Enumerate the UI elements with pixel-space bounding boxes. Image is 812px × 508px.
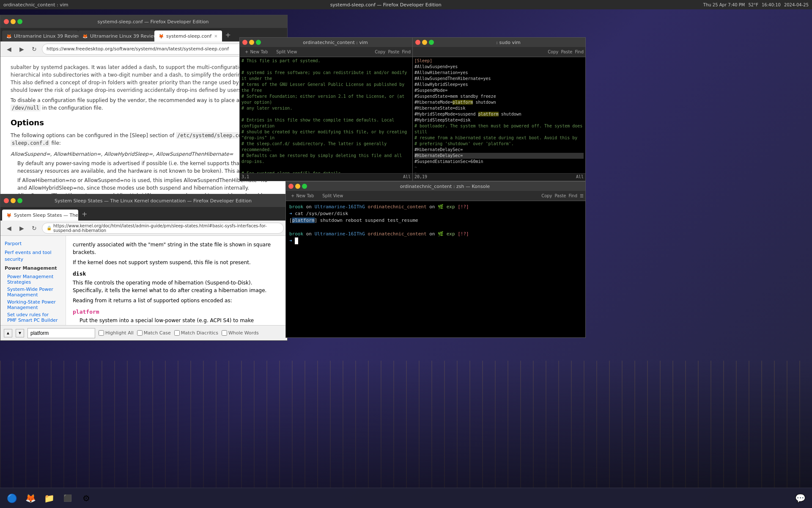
clock-label: Thu 25 Apr 7:40 PM (703, 3, 745, 7)
kernel-forward-btn[interactable]: ▶ (16, 223, 27, 233)
sudo-allow-suspend-hibernate: #AllowSuspendThenHibernate=yes (414, 76, 584, 82)
taskbar-terminal[interactable]: ⬛ (59, 490, 76, 507)
kernel-find-prev[interactable]: ▲ (4, 329, 12, 337)
vim-line-6: # any later version. (241, 105, 411, 111)
kernel-find-input[interactable] (27, 328, 95, 338)
bottom-copy-btn[interactable]: Copy (541, 193, 552, 198)
sidebar-parport[interactable]: Parport (0, 239, 66, 248)
taskbar-right: 💬 (792, 490, 809, 507)
sidebar-pm-strategies[interactable]: Power Management Strategies (0, 273, 66, 286)
date-label: 2024-04-25 (784, 3, 809, 7)
vim-split-view[interactable]: Split View (273, 49, 300, 55)
sudo-bootloader-note: # bootloader. The system then must be po… (414, 123, 584, 135)
term-extra1: [!?] (458, 204, 469, 210)
vim-line-blank (241, 64, 411, 70)
konsole-vim-titlebar: ordinatechnic_content : vim (240, 38, 412, 47)
copy-btn[interactable]: Copy (375, 50, 385, 54)
term-cmd-1: ➜ cat /sys/power/disk (289, 210, 582, 217)
back-button[interactable]: ◀ (4, 44, 14, 54)
bottom-min-btn[interactable] (295, 184, 300, 189)
maximize-button[interactable] (17, 19, 22, 24)
kernel-win-controls (4, 198, 22, 203)
sudo-paste-btn[interactable]: Paste (561, 50, 573, 54)
taskbar-firefox[interactable]: 🦊 (22, 490, 39, 507)
vim-max-btn[interactable] (256, 40, 261, 45)
vim-close-btn[interactable] (242, 40, 247, 45)
app-menu-icon: 🔵 (7, 493, 17, 503)
settings-icon: ⚙️ (82, 493, 90, 503)
taskbar: 🔵 🦊 📁 ⬛ ⚙️ 💬 (0, 488, 812, 508)
kernel-url-bar[interactable]: 🔒 https://www.kernel.org/doc/html/latest… (42, 223, 284, 234)
new-tab-button[interactable]: + (222, 31, 234, 39)
sudo-allow-hibernate: #AllowHibernation=yes (414, 70, 584, 76)
sidebar-udev-pmf[interactable]: Set udev rules for PMF Smart PC Builder (0, 311, 66, 324)
kernel-highlight-checkbox[interactable] (99, 330, 104, 336)
kernel-diacritics-checkbox[interactable] (174, 330, 180, 336)
tab-ultramarine-2[interactable]: 🦊 Ultramarine Linux 39 Review... ✕ (78, 30, 154, 41)
bottom-max-btn[interactable] (302, 184, 307, 189)
forward-button[interactable]: ▶ (16, 44, 27, 54)
sudo-win-controls (415, 40, 434, 45)
paste-btn[interactable]: Paste (388, 50, 400, 54)
sudo-min-btn[interactable] (422, 40, 427, 45)
sidebar-power-mgmt[interactable]: Power Management (0, 264, 66, 273)
kernel-whole-words[interactable]: Whole Words (222, 330, 259, 336)
kernel-find-bar: ▲ ▼ Highlight All Match Case Match Diacr… (0, 325, 287, 340)
kernel-highlight-all[interactable]: Highlight All (99, 330, 134, 336)
topbar-center: systemd-sleep.conf — Firefox Developer E… (330, 2, 442, 8)
close-button[interactable] (4, 19, 9, 24)
tab-ultramarine-1[interactable]: 🦊 Ultramarine Linux 39 Review... ✕ (2, 30, 78, 41)
kernel-reload-btn[interactable]: ↻ (29, 223, 39, 233)
sudo-hybrid-state: #HybridSleepState=disk (414, 117, 584, 123)
sudo-max-btn[interactable] (429, 40, 434, 45)
taskbar-settings[interactable]: ⚙️ (78, 490, 95, 507)
tab-close-3[interactable]: ✕ (214, 34, 217, 39)
sudo-allow-hybrid: #AllowHybridSleep=yes (414, 82, 584, 88)
bottom-paste-btn[interactable]: Paste (555, 193, 566, 198)
tab-systemd[interactable]: 🦊 systemd-sleep.conf ✕ (154, 30, 222, 41)
vim-new-tab[interactable]: + New Tab (241, 49, 271, 55)
kernel-wholewords-checkbox[interactable] (222, 330, 227, 336)
bottom-win-controls (288, 184, 307, 189)
sudo-hibernate-state: #HibernateState=disk (414, 105, 584, 111)
discord-icon: 💬 (795, 493, 806, 503)
sudo-copy-btn[interactable]: Copy (548, 50, 558, 54)
sidebar-working-state-pm[interactable]: Working-State Power Management (0, 298, 66, 311)
sudo-suspend-mode: #SuspendMode= (414, 88, 584, 94)
reload-button[interactable]: ↻ (29, 44, 39, 54)
vim-min-btn[interactable] (249, 40, 254, 45)
kernel-find-next[interactable]: ▼ (16, 329, 24, 337)
tab-kernel[interactable]: 🦊 System Sleep States — The Li... ✕ (2, 210, 78, 221)
kernel-layout: Parport Perf events and tool security Po… (0, 236, 287, 340)
kernel-highlight-label: Highlight All (105, 330, 134, 336)
firefox-titlebar: systemd-sleep.conf — Firefox Developer E… (0, 15, 287, 28)
kernel-max-btn[interactable] (17, 198, 22, 203)
kernel-close-btn[interactable] (4, 198, 9, 203)
minimize-button[interactable] (11, 19, 16, 24)
bottom-split-view[interactable]: Split View (319, 193, 346, 199)
sudo-allow-suspend: #AllowSuspend=yes (414, 64, 584, 70)
no-support-text: If the kernel does not support system su… (73, 259, 280, 266)
sudo-close-btn[interactable] (415, 40, 420, 45)
taskbar-app-menu[interactable]: 🔵 (3, 490, 20, 507)
bottom-menu-btn[interactable]: ☰ (580, 193, 584, 198)
platform-heading: platform (73, 308, 280, 316)
find-btn-vim[interactable]: Find (402, 50, 411, 54)
kernel-new-tab[interactable]: + (78, 210, 91, 218)
sidebar-perf[interactable]: Perf events and tool security (0, 248, 66, 264)
kernel-match-diacritics[interactable]: Match Diacritics (174, 330, 218, 336)
bottom-close-btn[interactable] (288, 184, 294, 189)
sidebar-system-wide-pm[interactable]: System-Wide Power Management (0, 286, 66, 298)
kernel-min-btn[interactable] (11, 198, 16, 203)
taskbar-discord[interactable]: 💬 (792, 490, 809, 507)
intro-text: subalter by systemd packages. It was lat… (11, 64, 277, 94)
taskbar-files[interactable]: 📁 (41, 490, 58, 507)
term-cat-cmd: cat /sys/power/disk (295, 211, 348, 216)
terminal-content: brook on Ultramarine-16IThG ordinatechni… (286, 201, 585, 337)
sudo-find-btn[interactable]: Find (575, 50, 584, 54)
bottom-find-btn[interactable]: Find (569, 193, 578, 198)
kernel-matchcase-checkbox[interactable] (137, 330, 143, 336)
bottom-new-tab[interactable]: + New Tab (288, 193, 317, 199)
kernel-match-case[interactable]: Match Case (137, 330, 171, 336)
kernel-back-btn[interactable]: ◀ (4, 223, 14, 233)
